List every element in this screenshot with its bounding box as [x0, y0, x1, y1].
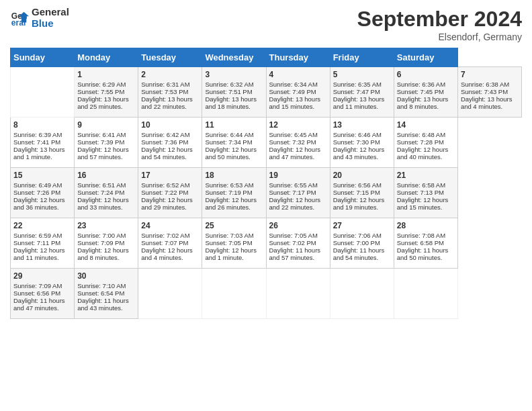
day-number: 18 [205, 171, 263, 180]
calendar-week-row: 1 Sunrise: 6:29 AM Sunset: 7:55 PM Dayli… [11, 67, 522, 118]
day-number: 7 [461, 70, 519, 79]
daylight: Daylight: 12 hours and 1 minute. [205, 246, 257, 261]
sunrise: Sunrise: 6:31 AM [141, 81, 189, 88]
day-number: 24 [141, 221, 199, 230]
sunrise: Sunrise: 6:36 AM [397, 81, 445, 88]
day-number: 20 [333, 171, 391, 180]
daylight: Daylight: 13 hours and 22 minutes. [141, 95, 193, 110]
sunrise: Sunrise: 7:03 AM [205, 232, 253, 239]
header: Gen eral General Blue September 2024 Els… [10, 7, 522, 42]
day-number: 8 [13, 120, 71, 130]
calendar-day-cell: 22 Sunrise: 6:59 AM Sunset: 7:11 PM Dayl… [11, 218, 75, 269]
day-number: 14 [397, 120, 455, 130]
sunset: Sunset: 7:49 PM [269, 88, 316, 95]
sunset: Sunset: 6:58 PM [397, 239, 444, 246]
sunset: Sunset: 7:22 PM [141, 189, 188, 196]
sunset: Sunset: 7:47 PM [333, 88, 380, 95]
sunset: Sunset: 7:32 PM [269, 138, 316, 146]
sunset: Sunset: 7:07 PM [141, 239, 188, 246]
calendar-day-cell: 25 Sunrise: 7:03 AM Sunset: 7:05 PM Dayl… [202, 218, 266, 269]
calendar-day-cell: 13 Sunrise: 6:46 AM Sunset: 7:30 PM Dayl… [330, 118, 394, 168]
calendar-day-cell: 14 Sunrise: 6:48 AM Sunset: 7:28 PM Dayl… [394, 118, 457, 168]
day-number: 5 [333, 70, 391, 79]
day-number: 19 [269, 171, 327, 180]
day-number: 30 [77, 271, 135, 281]
day-number: 26 [269, 221, 327, 230]
calendar-day-cell: 2 Sunrise: 6:31 AM Sunset: 7:53 PM Dayli… [138, 67, 202, 118]
sunrise: Sunrise: 6:56 AM [333, 181, 382, 189]
daylight: Daylight: 12 hours and 29 minutes. [141, 196, 193, 211]
calendar-day-cell: 29 Sunrise: 7:09 AM Sunset: 6:56 PM Dayl… [11, 269, 75, 319]
sunrise: Sunrise: 6:55 AM [269, 181, 318, 189]
day-number: 15 [13, 171, 71, 180]
day-number: 21 [397, 171, 455, 180]
day-number: 25 [205, 221, 263, 230]
sunrise: Sunrise: 6:53 AM [205, 181, 253, 189]
daylight: Daylight: 12 hours and 40 minutes. [397, 146, 449, 161]
calendar-day-cell: 1 Sunrise: 6:29 AM Sunset: 7:55 PM Dayli… [75, 67, 138, 118]
sunset: Sunset: 7:39 PM [77, 138, 124, 146]
calendar-week-row: 22 Sunrise: 6:59 AM Sunset: 7:11 PM Dayl… [11, 218, 522, 269]
sunrise: Sunrise: 6:38 AM [461, 81, 509, 88]
daylight: Daylight: 12 hours and 22 minutes. [269, 196, 321, 211]
calendar-day-cell: 5 Sunrise: 6:35 AM Sunset: 7:47 PM Dayli… [330, 67, 394, 118]
day-number: 2 [141, 70, 199, 79]
sunrise: Sunrise: 7:06 AM [333, 232, 382, 239]
daylight: Daylight: 12 hours and 36 minutes. [13, 196, 65, 211]
daylight: Daylight: 13 hours and 1 minute. [13, 146, 65, 161]
day-number: 4 [269, 70, 327, 79]
sunrise: Sunrise: 6:29 AM [77, 81, 126, 88]
calendar-day-cell: 3 Sunrise: 6:32 AM Sunset: 7:51 PM Dayli… [202, 67, 266, 118]
daylight: Daylight: 12 hours and 8 minutes. [77, 246, 129, 261]
calendar-day-cell: 24 Sunrise: 7:02 AM Sunset: 7:07 PM Dayl… [138, 218, 202, 269]
daylight: Daylight: 13 hours and 15 minutes. [269, 95, 321, 110]
calendar-day-cell: 4 Sunrise: 6:34 AM Sunset: 7:49 PM Dayli… [266, 67, 330, 118]
daylight: Daylight: 13 hours and 25 minutes. [77, 95, 129, 110]
daylight: Daylight: 11 hours and 54 minutes. [333, 246, 385, 261]
calendar-page: Gen eral General Blue September 2024 Els… [0, 0, 532, 411]
logo-icon: Gen eral [10, 9, 29, 28]
daylight: Daylight: 12 hours and 11 minutes. [13, 246, 65, 261]
daylight: Daylight: 12 hours and 26 minutes. [205, 196, 257, 211]
daylight: Daylight: 12 hours and 43 minutes. [333, 146, 385, 161]
sunrise: Sunrise: 7:10 AM [77, 282, 126, 289]
sunrise: Sunrise: 6:44 AM [205, 131, 253, 138]
day-number: 10 [141, 120, 199, 130]
calendar-day-cell: 6 Sunrise: 6:36 AM Sunset: 7:45 PM Dayli… [394, 67, 457, 118]
sunset: Sunset: 7:36 PM [141, 138, 188, 146]
sunset: Sunset: 7:11 PM [13, 239, 60, 246]
calendar-day-cell: 28 Sunrise: 7:08 AM Sunset: 6:58 PM Dayl… [394, 218, 457, 269]
sunrise: Sunrise: 6:42 AM [141, 131, 189, 138]
calendar-day-cell: 12 Sunrise: 6:45 AM Sunset: 7:32 PM Dayl… [266, 118, 330, 168]
daylight: Daylight: 12 hours and 4 minutes. [141, 246, 193, 261]
sunset: Sunset: 7:30 PM [333, 138, 380, 146]
sunrise: Sunrise: 6:46 AM [333, 131, 382, 138]
sunset: Sunset: 7:41 PM [13, 138, 60, 146]
sunrise: Sunrise: 6:32 AM [205, 81, 253, 88]
daylight: Daylight: 11 hours and 57 minutes. [269, 246, 321, 261]
calendar-week-row: 8 Sunrise: 6:39 AM Sunset: 7:41 PM Dayli… [11, 118, 522, 168]
daylight: Daylight: 13 hours and 8 minutes. [397, 95, 449, 110]
col-tuesday: Tuesday [138, 48, 202, 67]
day-number: 1 [77, 70, 135, 79]
day-number: 27 [333, 221, 391, 230]
calendar-day-cell: 20 Sunrise: 6:56 AM Sunset: 7:15 PM Dayl… [330, 168, 394, 218]
sunset: Sunset: 7:24 PM [77, 189, 124, 196]
sunrise: Sunrise: 6:48 AM [397, 131, 445, 138]
sunrise: Sunrise: 7:09 AM [13, 282, 62, 289]
daylight: Daylight: 12 hours and 47 minutes. [269, 146, 321, 161]
calendar-day-cell: 16 Sunrise: 6:51 AM Sunset: 7:24 PM Dayl… [75, 168, 138, 218]
daylight: Daylight: 13 hours and 18 minutes. [205, 95, 257, 110]
calendar-day-cell: 30 Sunrise: 7:10 AM Sunset: 6:54 PM Dayl… [75, 269, 138, 319]
sunrise: Sunrise: 7:02 AM [141, 232, 189, 239]
calendar-day-cell: 23 Sunrise: 7:00 AM Sunset: 7:09 PM Dayl… [75, 218, 138, 269]
sunset: Sunset: 7:55 PM [77, 88, 124, 95]
col-saturday: Saturday [394, 48, 457, 67]
calendar-header-row: Sunday Monday Tuesday Wednesday Thursday… [11, 48, 522, 67]
calendar-day-cell [266, 269, 330, 319]
sunset: Sunset: 7:17 PM [269, 189, 316, 196]
sunset: Sunset: 7:13 PM [397, 189, 444, 196]
day-number: 3 [205, 70, 263, 79]
sunrise: Sunrise: 6:49 AM [13, 181, 62, 189]
daylight: Daylight: 12 hours and 15 minutes. [397, 196, 449, 211]
